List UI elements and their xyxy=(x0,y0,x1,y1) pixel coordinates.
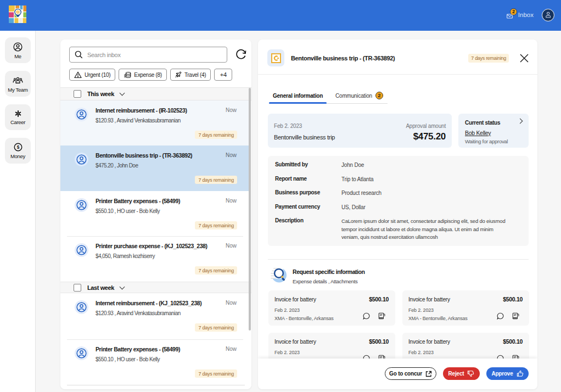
svg-text:$: $ xyxy=(16,145,19,150)
